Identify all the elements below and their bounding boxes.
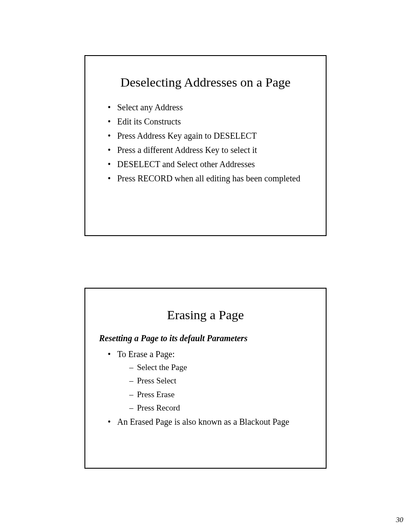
bullet-item: To Erase a Page: Select the Page Press S… [108,348,313,414]
bullet-text: To Erase a Page: [117,349,175,359]
slide-title: Erasing a Page [98,308,313,322]
slide-title: Deselecting Addresses on a Page [98,75,313,90]
bullet-item: Press Address Key again to DESELECT [108,129,313,143]
slide-erasing: Erasing a Page Resetting a Page to its d… [84,288,327,469]
page: Deselecting Addresses on a Page Select a… [0,0,411,532]
page-number: 30 [396,516,403,524]
sub-item: Press Select [129,374,313,387]
slide-subtitle: Resetting a Page to its default Paramete… [99,333,313,343]
bullet-item: Press RECORD when all editing has been c… [108,172,313,185]
sub-item: Select the Page [129,361,313,373]
bullet-item: DESELECT and Select other Addresses [108,158,313,171]
bullet-list: To Erase a Page: Select the Page Press S… [98,348,313,429]
bullet-item: Edit its Constructs [108,115,313,128]
sub-list: Select the Page Press Select Press Erase… [117,361,313,414]
bullet-item: Press a different Address Key to select … [108,143,313,157]
bullet-item: Select any Address [108,101,313,114]
sub-item: Press Record [129,401,313,414]
bullet-list: Select any Address Edit its Constructs P… [98,101,313,185]
sub-item: Press Erase [129,388,313,401]
slide-deselecting: Deselecting Addresses on a Page Select a… [84,55,327,236]
bullet-item: An Erased Page is also known as a Blacko… [108,415,313,429]
